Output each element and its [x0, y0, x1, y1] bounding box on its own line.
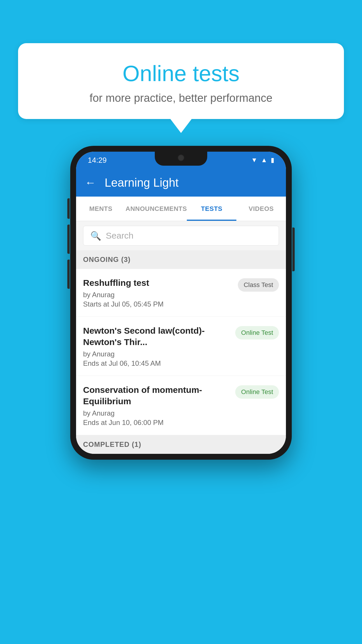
test-list: Reshuffling test by Anurag Starts at Jul… [76, 269, 286, 435]
tab-videos[interactable]: VIDEOS [236, 197, 286, 221]
test-title-1: Reshuffling test [83, 277, 233, 288]
tab-tests[interactable]: TESTS [187, 197, 236, 221]
speech-bubble: Online tests for more practice, better p… [18, 43, 344, 119]
search-placeholder: Search [106, 231, 133, 241]
phone-side-button-1 [67, 198, 70, 219]
test-by-2: by Anurag [83, 350, 231, 358]
phone-side-button-3 [67, 260, 70, 289]
phone-wrapper: 14:29 ▼ ▲ ▮ ← Learning Light MENTS ANNOU… [70, 146, 292, 460]
search-icon: 🔍 [90, 231, 101, 241]
status-icons: ▼ ▲ ▮ [251, 156, 274, 164]
tab-bar: MENTS ANNOUNCEMENTS TESTS VIDEOS [76, 197, 286, 221]
speech-bubble-subtitle: for more practice, better performance [33, 92, 329, 104]
test-title-2: Newton's Second law(contd)-Newton's Thir… [83, 325, 231, 348]
phone-screen: 14:29 ▼ ▲ ▮ ← Learning Light MENTS ANNOU… [76, 152, 286, 454]
test-badge-2: Online Test [235, 326, 279, 340]
test-badge-1: Class Test [238, 278, 279, 292]
test-badge-3: Online Test [235, 385, 279, 399]
status-time: 14:29 [88, 156, 107, 165]
phone-side-button-2 [67, 225, 70, 254]
test-info-3: Conservation of momentum-Equilibrium by … [83, 384, 231, 427]
test-date-3: Ends at Jun 10, 06:00 PM [83, 419, 231, 427]
phone-frame: 14:29 ▼ ▲ ▮ ← Learning Light MENTS ANNOU… [70, 146, 292, 460]
ongoing-section-header: ONGOING (3) [76, 250, 286, 269]
test-by-1: by Anurag [83, 291, 233, 299]
test-title-3: Conservation of momentum-Equilibrium [83, 384, 231, 407]
search-bar[interactable]: 🔍 Search [83, 226, 279, 246]
test-info-1: Reshuffling test by Anurag Starts at Jul… [83, 277, 233, 308]
top-bar: ← Learning Light [76, 169, 286, 197]
test-item-1[interactable]: Reshuffling test by Anurag Starts at Jul… [76, 269, 286, 317]
test-date-1: Starts at Jul 05, 05:45 PM [83, 300, 233, 308]
test-item-3[interactable]: Conservation of momentum-Equilibrium by … [76, 376, 286, 435]
back-button[interactable]: ← [85, 176, 96, 189]
search-container: 🔍 Search [76, 221, 286, 250]
battery-icon: ▮ [271, 156, 274, 164]
signal-icon: ▲ [261, 156, 267, 164]
phone-side-button-right [292, 228, 295, 271]
completed-section-header: COMPLETED (1) [76, 435, 286, 454]
test-item-2[interactable]: Newton's Second law(contd)-Newton's Thir… [76, 317, 286, 376]
app-title: Learning Light [105, 176, 179, 189]
tab-assignments[interactable]: MENTS [76, 197, 126, 221]
test-info-2: Newton's Second law(contd)-Newton's Thir… [83, 325, 231, 368]
speech-bubble-title: Online tests [33, 61, 329, 86]
phone-camera [178, 155, 184, 161]
test-date-2: Ends at Jul 06, 10:45 AM [83, 359, 231, 368]
test-by-3: by Anurag [83, 409, 231, 417]
phone-notch [155, 152, 207, 166]
wifi-icon: ▼ [251, 156, 257, 164]
tab-announcements[interactable]: ANNOUNCEMENTS [126, 197, 187, 221]
